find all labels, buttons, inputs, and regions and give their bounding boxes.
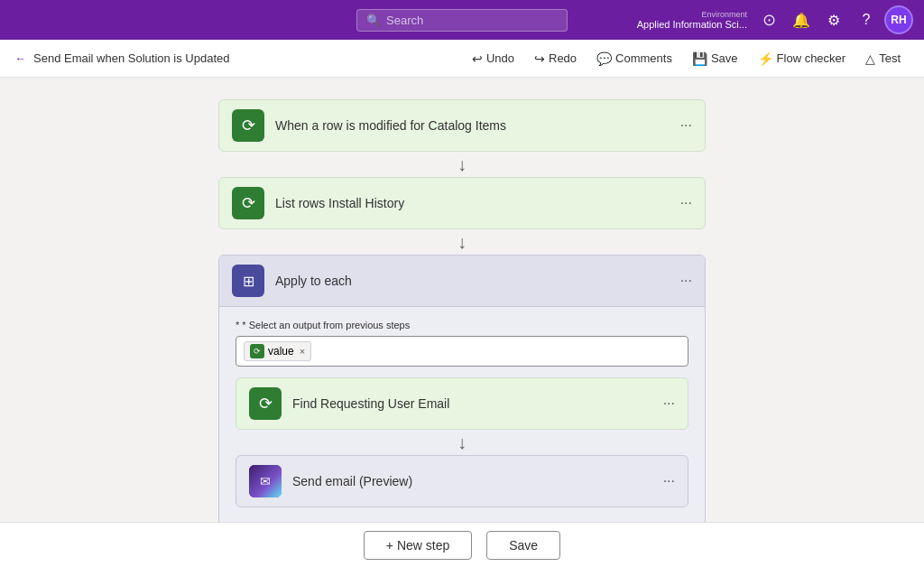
step2-more-btn[interactable]: ··· xyxy=(680,195,692,211)
arrow-2: ↓ xyxy=(457,229,467,255)
database-icon-btn[interactable]: ⊙ xyxy=(754,5,783,34)
back-button[interactable]: ← xyxy=(14,51,26,65)
redo-label: Redo xyxy=(549,51,577,65)
sub-toolbar: ← Send Email when Solution is Updated ↩ … xyxy=(0,40,924,78)
arrow-1: ↓ xyxy=(457,152,467,177)
chip-text: value xyxy=(268,345,294,358)
undo-button[interactable]: ↩ Undo xyxy=(463,47,523,70)
environment-name: Applied Information Sci... xyxy=(637,19,747,30)
test-icon: △ xyxy=(865,51,875,66)
redo-icon: ↪ xyxy=(534,51,545,66)
flow-canvas: ⟳ When a row is modified for Catalog Ite… xyxy=(0,78,924,522)
environment-label: Environment xyxy=(701,10,747,19)
gear-icon: ⚙ xyxy=(827,12,840,29)
send-email-label: Send email (Preview) xyxy=(292,474,652,488)
flow-checker-button[interactable]: ⚡ Flow checker xyxy=(749,47,855,70)
flow-title: Send Email when Solution is Updated xyxy=(33,51,463,65)
comments-label: Comments xyxy=(615,51,672,65)
back-arrow-icon: ← xyxy=(14,51,26,65)
database-icon: ⊙ xyxy=(762,10,776,30)
step1-icon: ⟳ xyxy=(232,109,264,142)
bottom-save-label: Save xyxy=(509,538,538,553)
step1-label: When a row is modified for Catalog Items xyxy=(275,118,670,133)
notification-btn[interactable]: 🔔 xyxy=(787,5,816,34)
bell-icon: 🔔 xyxy=(792,12,810,29)
step-list-rows[interactable]: ⟳ List rows Install History ··· xyxy=(218,177,706,229)
test-label: Test xyxy=(879,51,901,65)
loop-icon: ⊞ xyxy=(243,273,254,290)
value-input-box[interactable]: ⟳ value × xyxy=(236,336,688,367)
step2-label: List rows Install History xyxy=(275,196,670,210)
add-action-row[interactable]: ⊞ Add an action xyxy=(236,507,688,522)
dataverse-icon-1: ⟳ xyxy=(242,116,255,135)
arrow-3: ↓ xyxy=(457,430,467,455)
avatar-initials: RH xyxy=(891,14,906,26)
undo-icon: ↩ xyxy=(472,51,483,66)
bottom-save-button[interactable]: Save xyxy=(486,531,560,560)
inner-steps: ⟳ Find Requesting User Email ··· ↓ ✉ Sen… xyxy=(236,377,688,507)
value-chip: ⟳ value × xyxy=(244,341,311,361)
inner-step1-icon: ⟳ xyxy=(249,387,282,420)
send-email-icon: ✉ xyxy=(249,465,282,497)
flow-container: ⟳ When a row is modified for Catalog Ite… xyxy=(218,99,706,522)
search-icon: 🔍 xyxy=(366,14,381,27)
apply-to-each-header[interactable]: ⊞ Apply to each ··· xyxy=(219,256,705,307)
inner-step1-more-btn[interactable]: ··· xyxy=(663,395,675,412)
undo-label: Undo xyxy=(486,51,514,65)
new-step-button[interactable]: + New step xyxy=(364,531,472,560)
select-output-text: * Select an output from previous steps xyxy=(242,320,410,330)
environment-info: Environment Applied Information Sci... xyxy=(637,10,747,30)
save-icon: 💾 xyxy=(692,51,707,66)
step-find-user-email[interactable]: ⟳ Find Requesting User Email ··· xyxy=(236,377,688,430)
new-step-label: + New step xyxy=(386,538,449,553)
comments-icon: 💬 xyxy=(596,51,612,66)
redo-button[interactable]: ↪ Redo xyxy=(525,47,586,70)
search-input[interactable] xyxy=(386,14,558,27)
step1-more-btn[interactable]: ··· xyxy=(680,117,692,134)
apply-to-each-container: ⊞ Apply to each ··· * * Select an output… xyxy=(218,255,706,522)
chip-dataverse-icon: ⟳ xyxy=(250,344,264,358)
save-button[interactable]: 💾 Save xyxy=(683,47,747,70)
nav-right: Environment Applied Information Sci... ⊙… xyxy=(637,5,913,34)
user-avatar[interactable]: RH xyxy=(884,5,913,34)
flow-checker-icon: ⚡ xyxy=(758,51,773,66)
inner-step1-label: Find Requesting User Email xyxy=(292,396,652,411)
help-icon: ? xyxy=(863,12,871,28)
step2-icon: ⟳ xyxy=(232,187,264,219)
dataverse-icon-2: ⟳ xyxy=(242,193,255,213)
search-box[interactable]: 🔍 xyxy=(356,9,568,32)
comments-button[interactable]: 💬 Comments xyxy=(587,47,681,70)
chip-close-btn[interactable]: × xyxy=(300,346,305,357)
apply-to-each-icon: ⊞ xyxy=(232,265,264,297)
send-email-more-btn[interactable]: ··· xyxy=(663,473,675,489)
apply-more-btn[interactable]: ··· xyxy=(680,273,692,289)
dataverse-icon-3: ⟳ xyxy=(259,394,273,414)
step-when-row-modified[interactable]: ⟳ When a row is modified for Catalog Ite… xyxy=(218,99,706,152)
toolbar-actions: ↩ Undo ↪ Redo 💬 Comments 💾 Save ⚡ Flow c… xyxy=(463,47,910,70)
apply-to-each-label: Apply to each xyxy=(275,274,670,288)
bottom-bar: + New step Save xyxy=(0,522,924,567)
apply-to-each-body: * * Select an output from previous steps… xyxy=(219,307,705,522)
settings-btn[interactable]: ⚙ xyxy=(819,5,848,34)
test-button[interactable]: △ Test xyxy=(856,47,910,70)
flow-checker-label: Flow checker xyxy=(777,51,846,65)
help-btn[interactable]: ? xyxy=(852,5,881,34)
save-label: Save xyxy=(711,51,738,65)
top-navigation: 🔍 Environment Applied Information Sci...… xyxy=(0,0,924,40)
email-icon: ✉ xyxy=(260,474,271,488)
step-send-email[interactable]: ✉ Send email (Preview) ··· xyxy=(236,455,688,507)
select-output-label: * * Select an output from previous steps xyxy=(236,320,688,330)
